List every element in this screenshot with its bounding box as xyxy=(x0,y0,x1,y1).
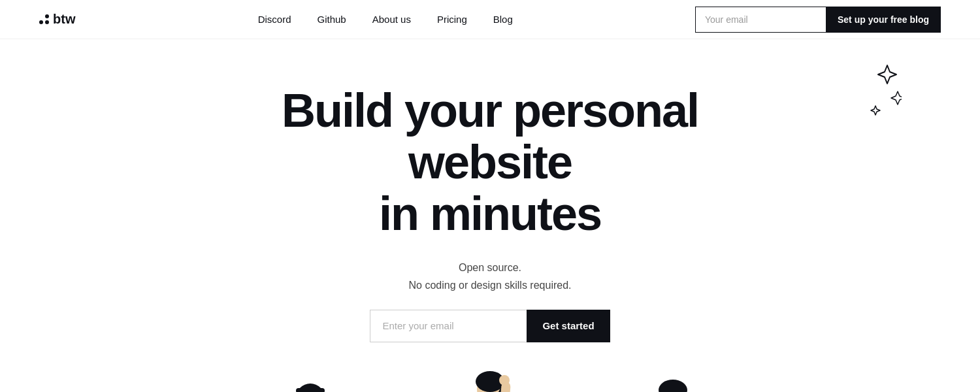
illustration-person2 xyxy=(425,362,555,392)
person1-svg xyxy=(248,368,372,392)
logo[interactable]: btw xyxy=(39,12,75,27)
hero-email-input[interactable] xyxy=(370,310,527,342)
person3-svg xyxy=(608,368,732,392)
navbar: btw Discord Github About us Pricing Blog… xyxy=(0,0,980,39)
logo-icon xyxy=(39,14,49,24)
illustrations-section xyxy=(0,342,980,392)
illustration-person3 xyxy=(608,368,732,392)
nav-cta-button[interactable]: Set up your free blog xyxy=(826,7,941,33)
hero-cta-button[interactable]: Get started xyxy=(527,310,610,342)
nav-email-input[interactable] xyxy=(695,7,826,33)
sparkles-icon xyxy=(849,59,902,124)
hero-section: Build your personal website in minutes O… xyxy=(0,39,980,342)
illustration-person1 xyxy=(248,368,372,392)
svg-point-23 xyxy=(659,380,687,392)
logo-text: btw xyxy=(53,12,75,27)
svg-rect-1 xyxy=(296,388,325,392)
hero-subtext: Open source. No coding or design skills … xyxy=(408,259,571,294)
sparkles-decoration xyxy=(849,59,902,127)
nav-pricing[interactable]: Pricing xyxy=(437,14,467,25)
nav-discord[interactable]: Discord xyxy=(258,14,291,25)
nav-links: Discord Github About us Pricing Blog xyxy=(258,14,513,25)
svg-point-16 xyxy=(499,375,510,385)
nav-github[interactable]: Github xyxy=(317,14,346,25)
nav-blog[interactable]: Blog xyxy=(493,14,513,25)
hero-cta-group: Get started xyxy=(370,310,610,342)
person2-svg xyxy=(425,362,555,392)
hero-headline: Build your personal website in minutes xyxy=(229,85,751,240)
nav-about-us[interactable]: About us xyxy=(372,14,411,25)
nav-cta-group: Set up your free blog xyxy=(695,7,941,33)
